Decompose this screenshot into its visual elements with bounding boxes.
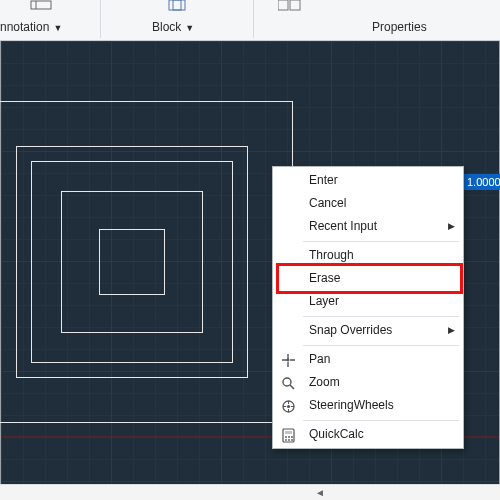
menu-item-enter[interactable]: Enter (273, 169, 463, 192)
ribbon-separator (100, 0, 101, 38)
menu-item-layer[interactable]: Layer (273, 290, 463, 313)
menu-item-snap-overrides[interactable]: Snap Overrides (273, 319, 463, 342)
square-geom (99, 229, 165, 295)
menu-item-pan[interactable]: Pan (273, 348, 463, 371)
steeringwheels-icon (279, 397, 297, 415)
horizontal-scrollbar[interactable]: ◄ (0, 484, 500, 500)
annotation-panel-icon (13, 0, 69, 13)
menu-item-recent-input[interactable]: Recent Input (273, 215, 463, 238)
svg-point-14 (288, 436, 290, 438)
svg-point-6 (286, 358, 289, 361)
svg-point-15 (291, 436, 293, 438)
svg-rect-3 (173, 0, 181, 10)
svg-point-7 (283, 378, 291, 386)
menu-item-steeringwheels[interactable]: SteeringWheels (273, 394, 463, 417)
properties-panel-label[interactable]: Properties (372, 20, 427, 34)
svg-rect-0 (31, 1, 51, 9)
pan-icon (279, 351, 297, 369)
context-menu: Enter Cancel Recent Input Through Erase … (272, 166, 464, 449)
svg-rect-12 (285, 431, 292, 434)
svg-point-18 (291, 439, 293, 441)
svg-rect-5 (290, 0, 300, 10)
menu-item-through[interactable]: Through (273, 244, 463, 267)
quickcalc-icon (279, 426, 297, 444)
menu-item-erase[interactable]: Erase (273, 267, 463, 290)
properties-panel-icon-1 (262, 0, 318, 13)
menu-item-cancel[interactable]: Cancel (273, 192, 463, 215)
annotation-panel-label[interactable]: nnotation▼ (0, 20, 62, 34)
svg-point-17 (288, 439, 290, 441)
app-window: nnotation▼ Block▼ Properties ▭ 1.0000 (0, 0, 500, 500)
scroll-left-arrow[interactable]: ◄ (314, 487, 326, 498)
svg-point-16 (285, 439, 287, 441)
ribbon-separator (253, 0, 254, 38)
svg-line-8 (290, 385, 294, 389)
svg-point-10 (286, 404, 289, 407)
zoom-icon (279, 374, 297, 392)
menu-item-quickcalc[interactable]: QuickCalc (273, 423, 463, 446)
svg-rect-2 (169, 0, 185, 10)
ribbon: nnotation▼ Block▼ Properties (0, 0, 500, 41)
menu-item-zoom[interactable]: Zoom (273, 371, 463, 394)
svg-point-13 (285, 436, 287, 438)
block-panel-label[interactable]: Block▼ (152, 20, 194, 34)
svg-rect-4 (278, 0, 288, 10)
offset-distance-value[interactable]: 1.0000 (461, 174, 500, 190)
block-panel-icon (150, 0, 206, 13)
